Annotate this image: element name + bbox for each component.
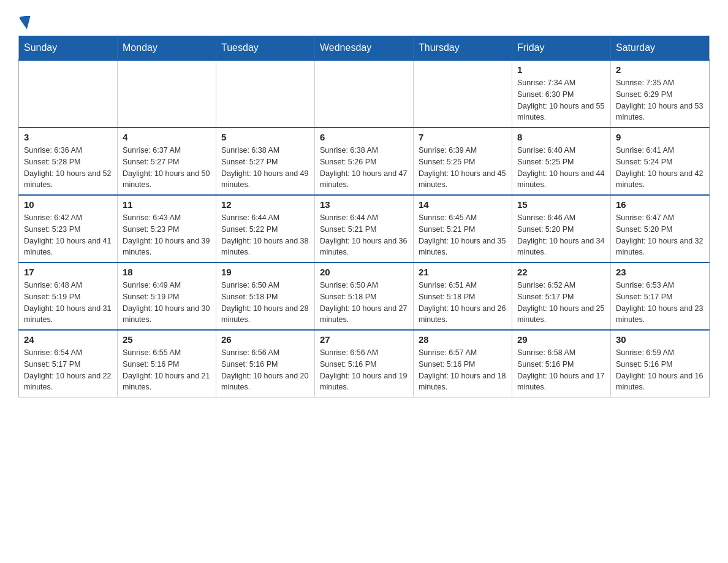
table-row: 29Sunrise: 6:58 AMSunset: 5:16 PMDayligh… (512, 330, 611, 397)
day-info: Sunrise: 6:49 AMSunset: 5:19 PMDaylight:… (123, 280, 211, 326)
day-info: Sunrise: 6:55 AMSunset: 5:16 PMDaylight:… (123, 347, 211, 393)
day-number: 27 (320, 334, 408, 345)
day-info: Sunrise: 6:56 AMSunset: 5:16 PMDaylight:… (221, 347, 309, 393)
day-info: Sunrise: 6:58 AMSunset: 5:16 PMDaylight:… (517, 347, 605, 393)
table-row: 23Sunrise: 6:53 AMSunset: 5:17 PMDayligh… (611, 262, 710, 330)
day-number: 5 (221, 132, 309, 142)
day-number: 1 (517, 64, 605, 75)
table-row: 19Sunrise: 6:50 AMSunset: 5:18 PMDayligh… (216, 262, 315, 330)
day-number: 18 (123, 267, 211, 277)
day-info: Sunrise: 6:38 AMSunset: 5:26 PMDaylight:… (320, 145, 408, 191)
day-number: 9 (616, 132, 704, 142)
day-number: 14 (419, 199, 507, 210)
day-info: Sunrise: 6:47 AMSunset: 5:20 PMDaylight:… (616, 212, 704, 258)
table-row: 1Sunrise: 7:34 AMSunset: 6:30 PMDaylight… (512, 60, 611, 128)
day-number: 29 (517, 334, 605, 345)
table-row: 17Sunrise: 6:48 AMSunset: 5:19 PMDayligh… (19, 262, 118, 330)
table-row: 10Sunrise: 6:42 AMSunset: 5:23 PMDayligh… (19, 195, 118, 262)
day-number: 17 (24, 267, 112, 277)
day-info: Sunrise: 6:44 AMSunset: 5:22 PMDaylight:… (221, 212, 309, 258)
calendar-week-1: 1Sunrise: 7:34 AMSunset: 6:30 PMDaylight… (19, 60, 710, 128)
day-info: Sunrise: 6:37 AMSunset: 5:27 PMDaylight:… (123, 145, 211, 191)
day-number: 30 (616, 334, 704, 345)
table-row: 11Sunrise: 6:43 AMSunset: 5:23 PMDayligh… (118, 195, 216, 262)
table-row: 30Sunrise: 6:59 AMSunset: 5:16 PMDayligh… (611, 330, 710, 397)
day-number: 13 (320, 199, 408, 210)
day-info: Sunrise: 6:45 AMSunset: 5:21 PMDaylight:… (419, 212, 507, 258)
day-number: 8 (517, 132, 605, 142)
day-info: Sunrise: 6:54 AMSunset: 5:17 PMDaylight:… (24, 347, 112, 393)
day-number: 28 (419, 334, 507, 345)
day-info: Sunrise: 6:40 AMSunset: 5:25 PMDaylight:… (517, 145, 605, 191)
table-row: 13Sunrise: 6:44 AMSunset: 5:21 PMDayligh… (315, 195, 414, 262)
table-row: 12Sunrise: 6:44 AMSunset: 5:22 PMDayligh… (216, 195, 315, 262)
day-info: Sunrise: 6:50 AMSunset: 5:18 PMDaylight:… (221, 280, 309, 326)
table-row: 26Sunrise: 6:56 AMSunset: 5:16 PMDayligh… (216, 330, 315, 397)
day-number: 2 (616, 64, 704, 75)
day-info: Sunrise: 6:53 AMSunset: 5:17 PMDaylight:… (616, 280, 704, 326)
day-info: Sunrise: 6:38 AMSunset: 5:27 PMDaylight:… (221, 145, 309, 191)
col-saturday: Saturday (611, 36, 710, 61)
col-thursday: Thursday (414, 36, 512, 61)
day-info: Sunrise: 6:56 AMSunset: 5:16 PMDaylight:… (320, 347, 408, 393)
table-row: 8Sunrise: 6:40 AMSunset: 5:25 PMDaylight… (512, 128, 611, 195)
svg-marker-0 (20, 16, 32, 29)
day-info: Sunrise: 6:57 AMSunset: 5:16 PMDaylight:… (419, 347, 507, 393)
calendar-week-3: 10Sunrise: 6:42 AMSunset: 5:23 PMDayligh… (19, 195, 710, 262)
day-number: 3 (24, 132, 112, 142)
table-row: 2Sunrise: 7:35 AMSunset: 6:29 PMDaylight… (611, 60, 710, 128)
logo (18, 12, 32, 29)
day-info: Sunrise: 6:52 AMSunset: 5:17 PMDaylight:… (517, 280, 605, 326)
table-row (118, 60, 216, 128)
col-monday: Monday (118, 36, 216, 61)
calendar-week-2: 3Sunrise: 6:36 AMSunset: 5:28 PMDaylight… (19, 128, 710, 195)
col-wednesday: Wednesday (315, 36, 414, 61)
table-row: 21Sunrise: 6:51 AMSunset: 5:18 PMDayligh… (414, 262, 512, 330)
table-row: 20Sunrise: 6:50 AMSunset: 5:18 PMDayligh… (315, 262, 414, 330)
col-tuesday: Tuesday (216, 36, 315, 61)
day-number: 22 (517, 267, 605, 277)
table-row: 27Sunrise: 6:56 AMSunset: 5:16 PMDayligh… (315, 330, 414, 397)
day-info: Sunrise: 7:35 AMSunset: 6:29 PMDaylight:… (616, 77, 704, 123)
calendar-week-4: 17Sunrise: 6:48 AMSunset: 5:19 PMDayligh… (19, 262, 710, 330)
table-row: 16Sunrise: 6:47 AMSunset: 5:20 PMDayligh… (611, 195, 710, 262)
calendar-table: Sunday Monday Tuesday Wednesday Thursday… (18, 36, 710, 397)
day-number: 11 (123, 199, 211, 210)
day-info: Sunrise: 6:39 AMSunset: 5:25 PMDaylight:… (419, 145, 507, 191)
calendar-header-row: Sunday Monday Tuesday Wednesday Thursday… (19, 36, 710, 61)
table-row: 22Sunrise: 6:52 AMSunset: 5:17 PMDayligh… (512, 262, 611, 330)
day-info: Sunrise: 6:43 AMSunset: 5:23 PMDaylight:… (123, 212, 211, 258)
day-info: Sunrise: 6:51 AMSunset: 5:18 PMDaylight:… (419, 280, 507, 326)
day-number: 23 (616, 267, 704, 277)
day-number: 6 (320, 132, 408, 142)
table-row: 15Sunrise: 6:46 AMSunset: 5:20 PMDayligh… (512, 195, 611, 262)
table-row: 28Sunrise: 6:57 AMSunset: 5:16 PMDayligh… (414, 330, 512, 397)
calendar-week-5: 24Sunrise: 6:54 AMSunset: 5:17 PMDayligh… (19, 330, 710, 397)
table-row: 7Sunrise: 6:39 AMSunset: 5:25 PMDaylight… (414, 128, 512, 195)
day-number: 19 (221, 267, 309, 277)
day-number: 10 (24, 199, 112, 210)
table-row: 24Sunrise: 6:54 AMSunset: 5:17 PMDayligh… (19, 330, 118, 397)
col-friday: Friday (512, 36, 611, 61)
day-number: 12 (221, 199, 309, 210)
table-row: 6Sunrise: 6:38 AMSunset: 5:26 PMDaylight… (315, 128, 414, 195)
table-row (19, 60, 118, 128)
table-row: 5Sunrise: 6:38 AMSunset: 5:27 PMDaylight… (216, 128, 315, 195)
table-row: 14Sunrise: 6:45 AMSunset: 5:21 PMDayligh… (414, 195, 512, 262)
table-row: 4Sunrise: 6:37 AMSunset: 5:27 PMDaylight… (118, 128, 216, 195)
day-info: Sunrise: 6:46 AMSunset: 5:20 PMDaylight:… (517, 212, 605, 258)
day-number: 21 (419, 267, 507, 277)
table-row: 25Sunrise: 6:55 AMSunset: 5:16 PMDayligh… (118, 330, 216, 397)
day-number: 15 (517, 199, 605, 210)
col-sunday: Sunday (19, 36, 118, 61)
table-row: 9Sunrise: 6:41 AMSunset: 5:24 PMDaylight… (611, 128, 710, 195)
day-info: Sunrise: 6:59 AMSunset: 5:16 PMDaylight:… (616, 347, 704, 393)
day-info: Sunrise: 6:44 AMSunset: 5:21 PMDaylight:… (320, 212, 408, 258)
day-info: Sunrise: 6:50 AMSunset: 5:18 PMDaylight:… (320, 280, 408, 326)
day-info: Sunrise: 6:36 AMSunset: 5:28 PMDaylight:… (24, 145, 112, 191)
day-number: 25 (123, 334, 211, 345)
logo-triangle-icon (20, 16, 32, 29)
day-number: 7 (419, 132, 507, 142)
day-info: Sunrise: 6:41 AMSunset: 5:24 PMDaylight:… (616, 145, 704, 191)
table-row: 3Sunrise: 6:36 AMSunset: 5:28 PMDaylight… (19, 128, 118, 195)
